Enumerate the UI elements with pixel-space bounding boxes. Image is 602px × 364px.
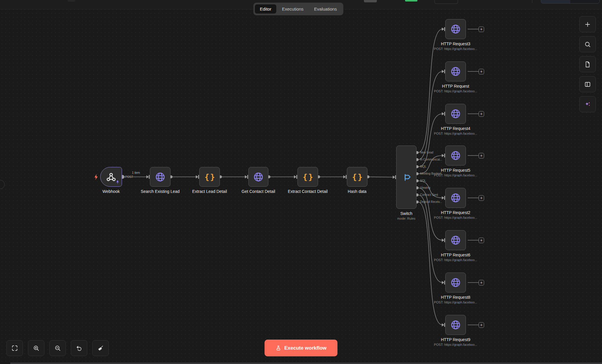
canvas-controls xyxy=(6,340,109,356)
node-http-request8[interactable] xyxy=(445,273,466,293)
add-node-button[interactable]: + xyxy=(479,69,484,74)
node-subtitle: POST: https://graph.faceboo... xyxy=(420,47,491,51)
reset-zoom-button[interactable] xyxy=(71,340,87,356)
connection[interactable] xyxy=(369,177,393,177)
node-switch[interactable] xyxy=(396,146,417,209)
ai-assistant-button[interactable] xyxy=(579,96,596,112)
zoom-in-icon xyxy=(33,345,40,352)
node-http-request3[interactable] xyxy=(445,19,466,39)
node-title: HTTP Request xyxy=(420,84,491,89)
zoom-out-icon xyxy=(54,345,61,352)
globe-icon xyxy=(450,150,461,161)
globe-icon xyxy=(450,108,461,119)
tab-evaluations[interactable]: Evaluations xyxy=(309,4,342,14)
add-node-button[interactable]: + xyxy=(479,26,484,32)
status-indicator-partial xyxy=(405,0,417,1)
node-subtitle: POST: https://graph.faceboo... xyxy=(420,132,491,135)
templates-button[interactable] xyxy=(579,56,596,72)
connection-arrow xyxy=(442,154,445,158)
flask-icon xyxy=(275,345,281,351)
node-subtitle: POST: https://graph.faceboo... xyxy=(420,343,491,346)
connection-method-label: POST xyxy=(125,175,133,178)
search-button[interactable] xyxy=(579,36,596,52)
globe-icon xyxy=(450,192,461,203)
tab-editor[interactable]: Editor xyxy=(255,4,276,14)
connection-arrow xyxy=(442,281,445,285)
node-title: HTTP Request5 xyxy=(420,168,491,173)
node-subtitle: POST: https://graph.faceboo... xyxy=(420,216,491,219)
view-tabbar: EditorExecutionsEvaluations xyxy=(253,3,343,15)
connection-arrow xyxy=(442,112,445,116)
add-node-button[interactable]: + xyxy=(479,195,484,201)
node-http-request6[interactable] xyxy=(445,230,466,250)
braces-icon: {} xyxy=(352,172,364,181)
node-label: HTTP RequestPOST: https://graph.faceboo.… xyxy=(420,84,491,93)
connection[interactable] xyxy=(418,202,442,325)
node-get-contact-detail[interactable] xyxy=(248,167,268,187)
globe-icon xyxy=(450,277,461,288)
add-node-button[interactable]: + xyxy=(479,153,484,158)
tidy-up-button[interactable] xyxy=(92,340,109,356)
globe-icon xyxy=(450,235,461,246)
node-extract-contact-detail[interactable]: {} xyxy=(297,167,318,187)
connection-arrow xyxy=(196,175,199,179)
add-node-button[interactable]: + xyxy=(479,238,484,243)
split-panel-icon xyxy=(584,81,591,88)
node-http-request9[interactable] xyxy=(445,315,466,335)
node-label: HTTP Request8POST: https://graph.faceboo… xyxy=(420,295,491,304)
node-subtitle: POST: https://graph.faceboo... xyxy=(420,89,491,93)
switch-output-label: Deposit Receiv... xyxy=(420,200,442,203)
node-title: HTTP Request4 xyxy=(420,126,491,131)
add-node-button[interactable]: + xyxy=(479,280,484,285)
zoom-in-button[interactable] xyxy=(28,340,44,356)
node-http-request2[interactable] xyxy=(445,188,466,208)
braces-icon: {} xyxy=(205,172,216,181)
header-partial-pill xyxy=(364,0,377,2)
broom-icon xyxy=(97,345,104,352)
connection-items-label: 1 item xyxy=(127,171,145,174)
file-icon xyxy=(584,61,591,68)
node-search-existing-lead[interactable] xyxy=(150,167,170,187)
sparkles-icon xyxy=(584,101,591,108)
connection-arrow xyxy=(442,27,445,31)
node-http-request[interactable] xyxy=(445,61,466,81)
node-extract-lead-detail[interactable]: {} xyxy=(199,167,220,187)
add-node-button[interactable]: + xyxy=(479,322,484,328)
fit-view-button[interactable] xyxy=(6,340,23,356)
tab-executions[interactable]: Executions xyxy=(277,4,308,14)
node-label: HTTP Request4POST: https://graph.faceboo… xyxy=(420,126,491,135)
plus-icon xyxy=(584,21,591,28)
zoom-out-button[interactable] xyxy=(49,340,66,356)
node-title: HTTP Request6 xyxy=(420,253,491,257)
header-partial-box xyxy=(434,0,458,4)
node-label: HTTP Request5POST: https://graph.faceboo… xyxy=(420,168,491,177)
node-subtitle: POST: https://graph.faceboo... xyxy=(420,173,491,177)
node-title: HTTP Request9 xyxy=(420,337,491,342)
node-hash-data[interactable]: {} xyxy=(347,167,367,187)
undo-icon xyxy=(76,345,83,352)
add-node-button[interactable] xyxy=(579,16,596,32)
execute-workflow-label: Execute workflow xyxy=(284,345,327,351)
segment-right xyxy=(570,0,599,3)
segment-left xyxy=(541,0,570,3)
globe-icon xyxy=(155,171,166,183)
node-http-request4[interactable] xyxy=(445,104,466,124)
add-node-button[interactable]: + xyxy=(479,111,484,117)
webhook-icon xyxy=(105,171,117,183)
header-partial-button xyxy=(68,0,75,2)
connection-arrow xyxy=(442,70,445,74)
node-http-request5[interactable] xyxy=(445,146,466,166)
node-subtitle: POST: https://graph.faceboo... xyxy=(420,300,491,304)
fit-view-icon xyxy=(11,345,18,352)
connection-arrow xyxy=(442,196,445,200)
trigger-bolt-icon xyxy=(94,174,98,181)
signpost-icon xyxy=(402,172,412,182)
node-label: HTTP Request6POST: https://graph.faceboo… xyxy=(420,253,491,262)
switch-output-label: Viewing xyxy=(420,186,430,189)
connection-arrow xyxy=(393,175,396,179)
toggle-panel-button[interactable] xyxy=(579,76,596,92)
bottom-edge-strip xyxy=(10,363,602,364)
switch-output-label: Contract Sent xyxy=(420,193,438,196)
execute-workflow-button[interactable]: Execute workflow xyxy=(265,340,337,356)
node-title: HTTP Request3 xyxy=(420,41,491,46)
